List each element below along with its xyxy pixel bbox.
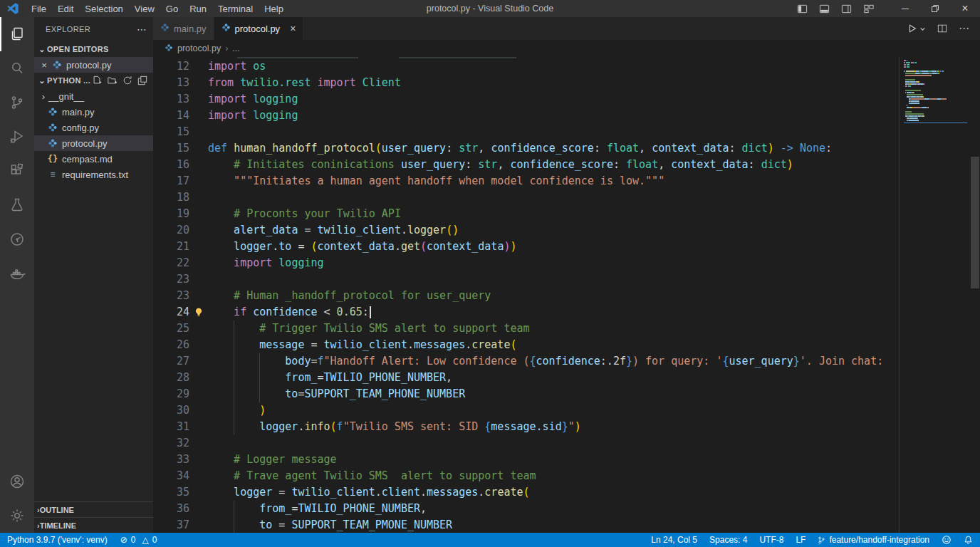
collapse-folders-icon[interactable] bbox=[137, 75, 147, 85]
code-line[interactable]: 34# Trave agent Twilio SMS alert to supp… bbox=[153, 468, 899, 484]
menu-edit[interactable]: Edit bbox=[52, 0, 79, 17]
line-number[interactable]: 15 bbox=[153, 124, 189, 140]
code-line[interactable]: 23# Human _handoff_protocol for user_que… bbox=[153, 288, 899, 304]
run-dropdown-icon[interactable] bbox=[919, 26, 926, 32]
line-number[interactable]: 12 bbox=[153, 58, 189, 75]
search-activity-button[interactable] bbox=[0, 51, 34, 85]
line-number[interactable]: 31 bbox=[153, 419, 189, 435]
line-number[interactable]: 25 bbox=[153, 321, 189, 337]
customize-layout-icon[interactable] bbox=[863, 4, 875, 14]
code-line[interactable]: 18 bbox=[153, 189, 899, 206]
indentation-status[interactable]: Spaces: 4 bbox=[709, 535, 747, 545]
feedback-icon[interactable] bbox=[942, 535, 952, 545]
menu-file[interactable]: File bbox=[26, 0, 52, 17]
line-number[interactable]: 21 bbox=[153, 239, 189, 255]
code-line[interactable]: 37to = SUPPORT_TEAM_PMONE_NUMBER bbox=[153, 517, 899, 533]
code-line[interactable]: 36from_=TWILIO_PHONE_NUMBER, bbox=[153, 501, 899, 517]
explorer-item-cempast-md[interactable]: {}cempast.md bbox=[34, 151, 153, 167]
minimize-button[interactable]: ─ bbox=[890, 0, 920, 17]
line-number[interactable]: 35 bbox=[153, 484, 189, 501]
line-number[interactable]: 16 bbox=[153, 157, 189, 173]
line-number[interactable]: 23 bbox=[153, 288, 189, 304]
line-number[interactable]: 27 bbox=[153, 353, 189, 370]
run-python-file-button[interactable] bbox=[907, 24, 926, 33]
split-editor-icon[interactable] bbox=[937, 24, 947, 33]
tab-main-py[interactable]: main.py bbox=[153, 17, 214, 40]
code-line[interactable]: 32 bbox=[153, 435, 899, 452]
line-number[interactable]: 29 bbox=[153, 386, 189, 402]
testing-flask-activity-button[interactable] bbox=[0, 188, 34, 222]
explorer-activity-button[interactable] bbox=[0, 17, 34, 51]
code-line[interactable]: 15 bbox=[153, 124, 899, 140]
settings-gear-activity-button[interactable] bbox=[0, 499, 34, 533]
code-line[interactable]: 28from_=TWILIO_PHONE_NUMBER, bbox=[153, 370, 899, 386]
tab-protocol-py[interactable]: protocol.py × bbox=[214, 17, 303, 40]
code-line[interactable]: 14import logging bbox=[153, 108, 899, 124]
code-line[interactable]: 24if confidence < 0.65: bbox=[153, 304, 899, 321]
close-tab-icon[interactable]: × bbox=[290, 23, 296, 34]
code-line[interactable]: 29to=SUPPORT_TEAM_PHONE_NUMBER bbox=[153, 386, 899, 402]
open-editors-section[interactable]: ⌄OPEN EDITORS bbox=[34, 41, 153, 57]
code-line[interactable]: 25# Trigger Twilio SMS alert to support … bbox=[153, 321, 899, 337]
code-line[interactable]: 19# Proconts your Twilio API bbox=[153, 206, 899, 222]
new-folder-icon[interactable] bbox=[107, 75, 118, 85]
line-number[interactable]: 13 bbox=[153, 91, 189, 108]
docker-activity-button[interactable] bbox=[0, 256, 34, 291]
line-number[interactable]: 23 bbox=[153, 271, 189, 288]
menu-selection[interactable]: Selection bbox=[79, 0, 128, 17]
encoding-status[interactable]: UTF-8 bbox=[759, 535, 783, 545]
scrollbar-thumb[interactable] bbox=[971, 157, 979, 288]
line-number[interactable]: 28 bbox=[153, 370, 189, 386]
explorer-item--gnit-[interactable]: ›__gnit__ bbox=[34, 88, 153, 104]
toggle-panel-icon[interactable] bbox=[819, 4, 830, 14]
line-number[interactable]: 26 bbox=[153, 337, 189, 353]
explorer-more-actions-icon[interactable]: ⋯ bbox=[137, 24, 147, 35]
restore-button[interactable] bbox=[920, 0, 950, 17]
play-circle-activity-button[interactable] bbox=[0, 222, 34, 256]
toggle-secondary-sidebar-icon[interactable] bbox=[841, 4, 852, 14]
menu-help[interactable]: Help bbox=[259, 0, 289, 17]
outline-section[interactable]: ›OUTLINE bbox=[34, 501, 153, 517]
line-number[interactable]: 36 bbox=[153, 501, 189, 517]
code-line[interactable]: 16# Initiates coninications user_query: … bbox=[153, 157, 899, 173]
minimap[interactable] bbox=[899, 57, 970, 533]
run-debug-activity-button[interactable] bbox=[0, 120, 34, 154]
eol-status[interactable]: LF bbox=[796, 535, 806, 545]
code-line[interactable]: 31logger.info(f"Twilio SMS sent: SID {me… bbox=[153, 419, 899, 435]
cursor-position-status[interactable]: Ln 24, Col 5 bbox=[651, 535, 697, 545]
line-number[interactable]: 22 bbox=[153, 255, 189, 271]
line-number[interactable]: 30 bbox=[153, 402, 189, 419]
breadcrumb-file[interactable]: protocol.py bbox=[177, 43, 221, 53]
line-number[interactable]: 18 bbox=[153, 189, 189, 206]
close-editor-icon[interactable]: × bbox=[38, 60, 50, 71]
extensions-activity-button[interactable] bbox=[0, 154, 34, 188]
code-line[interactable]: 27body=f"Handoff Alert: Low confidence (… bbox=[153, 353, 899, 370]
account-activity-button[interactable] bbox=[0, 464, 34, 499]
open-editor-protocol[interactable]: × protocol.py bbox=[34, 57, 153, 73]
source-control-activity-button[interactable] bbox=[0, 85, 34, 120]
line-number[interactable]: 19 bbox=[153, 206, 189, 222]
line-number[interactable]: 13 bbox=[153, 75, 189, 91]
line-number[interactable]: 32 bbox=[153, 435, 189, 452]
new-file-icon[interactable] bbox=[92, 75, 102, 85]
notifications-bell-icon[interactable] bbox=[964, 535, 973, 545]
lightbulb-icon[interactable] bbox=[189, 304, 208, 321]
timeline-section[interactable]: ›TIMELINE bbox=[34, 517, 153, 533]
explorer-item-protocol-py[interactable]: protocol.py bbox=[34, 135, 153, 151]
code-line[interactable]: 26message = twilio_client.messages.creat… bbox=[153, 337, 899, 353]
menu-terminal[interactable]: Terminal bbox=[212, 0, 259, 17]
explorer-item-main-py[interactable]: main.py bbox=[34, 104, 153, 120]
code-line[interactable]: 13from twilio.rest import Client bbox=[153, 75, 899, 91]
editor-scrollbar[interactable] bbox=[970, 57, 980, 533]
menu-view[interactable]: View bbox=[129, 0, 160, 17]
editor-more-actions-icon[interactable]: ⋯ bbox=[959, 22, 970, 35]
line-number[interactable]: 33 bbox=[153, 452, 189, 468]
code-line[interactable]: 12import os bbox=[153, 58, 899, 75]
line-number[interactable]: 20 bbox=[153, 222, 189, 239]
line-number[interactable]: 14 bbox=[153, 108, 189, 124]
toggle-sidebar-icon[interactable] bbox=[797, 4, 808, 14]
line-number[interactable]: 34 bbox=[153, 468, 189, 484]
code-line[interactable]: 35logger = twilio_client.client.messages… bbox=[153, 484, 899, 501]
code-line[interactable]: 23 bbox=[153, 271, 899, 288]
python-interpreter-status[interactable]: Python 3.9.7 ('venv': venv) bbox=[7, 535, 108, 545]
